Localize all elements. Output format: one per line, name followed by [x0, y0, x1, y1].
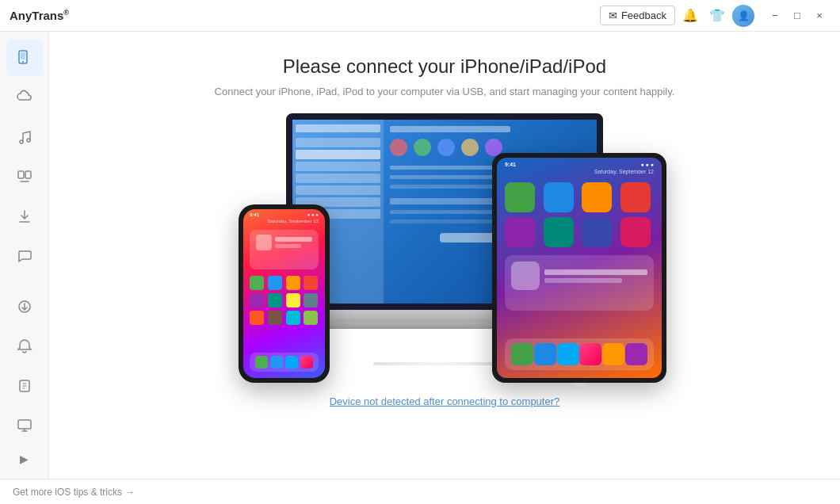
widget-text	[275, 237, 312, 248]
svg-point-4	[27, 139, 30, 142]
tablet-dock-5	[602, 343, 624, 365]
tablet-widget-icon	[511, 262, 540, 290]
ios-tips-link[interactable]: Get more iOS tips & tricks →	[13, 487, 135, 498]
usb-cable-line	[373, 362, 500, 365]
phone-app-7	[286, 293, 300, 307]
phone-screen: 9:41 ● ● ● Saturday, September 12	[243, 209, 325, 378]
widget-text-2	[275, 244, 301, 248]
laptop-icon-4	[461, 139, 479, 156]
sidebar-item-notification[interactable]	[6, 328, 43, 365]
tablet-status-bar: 9:41 ● ● ●	[497, 158, 662, 169]
shirt-icon-btn[interactable]: 👕	[705, 4, 729, 28]
sidebar-item-cloud[interactable]	[6, 79, 43, 116]
maximize-button[interactable]: □	[786, 5, 808, 27]
phone-app-5	[250, 293, 264, 307]
phone-app-6	[268, 293, 282, 307]
phone-dock	[250, 353, 319, 372]
chevron-down-icon: ▶	[20, 452, 29, 465]
sidebar-item-message[interactable]	[6, 238, 43, 274]
laptop-sidebar-item-2	[296, 150, 380, 159]
tablet-app-4	[620, 182, 651, 212]
main-area: ▶ Please connect your iPhone/iPad/iPod C…	[0, 32, 840, 479]
device-not-detected-link[interactable]: Device not detected after connecting to …	[330, 395, 560, 407]
sidebar-item-ringtone[interactable]	[6, 368, 43, 404]
tablet-app-5	[505, 217, 535, 247]
download-icon	[16, 298, 33, 315]
bottom-bar: Get more iOS tips & tricks →	[0, 479, 840, 504]
avatar-button[interactable]: 👤	[732, 5, 754, 27]
page-subtitle: Connect your iPhone, iPad, iPod to your …	[215, 86, 675, 97]
dock-messages	[270, 356, 283, 368]
screen-icon	[16, 417, 33, 434]
phone-app-8	[304, 293, 318, 307]
tablet-time: 9:41	[505, 162, 516, 167]
sidebar-item-device[interactable]	[6, 40, 43, 76]
sidebar: ▶	[0, 32, 49, 479]
tablet-dock-6	[625, 343, 647, 365]
tips-arrow: →	[125, 487, 135, 498]
phone-status-bar: 9:41 ● ● ●	[243, 209, 325, 219]
dock-music	[300, 356, 313, 368]
shirt-icon: 👕	[709, 8, 725, 23]
phone-illustration: 9:41 ● ● ● Saturday, September 12	[239, 204, 330, 383]
tablet-signal: ● ● ●	[640, 162, 654, 167]
tablet-widget-t1	[544, 269, 647, 275]
tablet-widget-t2	[544, 278, 622, 283]
phone-app-2	[268, 276, 282, 290]
svg-rect-1	[21, 52, 25, 59]
phone-app-12	[304, 311, 318, 325]
message-icon	[16, 247, 33, 265]
sidebar-item-backup[interactable]	[6, 198, 43, 235]
tablet-app-1	[505, 182, 535, 212]
feedback-label: Feedback	[621, 10, 666, 21]
notification-icon-btn[interactable]: 🔔	[678, 4, 702, 28]
tablet-dock-4	[579, 343, 601, 365]
laptop-icon-1	[390, 139, 407, 156]
title-bar-left: AnyTrans®	[10, 9, 69, 22]
dock-phone	[255, 356, 268, 368]
tablet-date: Saturday, September 12	[497, 169, 662, 178]
phone-app-9	[250, 311, 264, 325]
mail-icon: ✉	[609, 10, 617, 21]
cloud-icon	[16, 89, 33, 106]
sidebar-item-music[interactable]	[6, 119, 43, 155]
phone-date: Saturday, September 12	[243, 219, 325, 227]
tablet-illustration: 9:41 ● ● ● Saturday, September 12	[492, 153, 666, 383]
phone-app-1	[250, 276, 264, 290]
phone-app-10	[268, 311, 282, 325]
phone-app-11	[286, 311, 300, 325]
sidebar-item-transfer[interactable]	[6, 158, 43, 195]
music-icon	[16, 128, 33, 146]
phone-app-grid	[243, 273, 325, 328]
widget-icon	[256, 235, 272, 250]
transfer-icon	[16, 168, 33, 185]
tablet-usb-connector	[573, 383, 586, 389]
phone-app-3	[286, 276, 300, 290]
tablet-app-7	[582, 217, 612, 247]
tablet-app-2	[544, 182, 574, 212]
laptop-title-bar	[390, 126, 510, 132]
close-button[interactable]: ×	[808, 5, 830, 27]
phone-time: 9:41	[250, 212, 259, 217]
sidebar-item-download[interactable]	[6, 288, 43, 325]
device-icon	[16, 49, 33, 67]
app-name: AnyTrans	[10, 9, 63, 22]
tablet-dock-1	[511, 343, 533, 365]
backup-icon	[16, 208, 33, 225]
svg-rect-6	[25, 171, 31, 178]
svg-rect-9	[18, 420, 31, 429]
phone-signal: ● ● ●	[307, 212, 319, 217]
tablet-dock	[505, 338, 654, 370]
phone-app-4	[304, 276, 318, 290]
tips-text: Get more iOS tips & tricks	[13, 487, 122, 498]
sidebar-expand-button[interactable]: ▶	[6, 447, 43, 471]
phone-widget-inner	[250, 230, 319, 255]
svg-point-3	[20, 140, 23, 143]
tablet-dock-2	[534, 343, 556, 365]
feedback-button[interactable]: ✉ Feedback	[600, 6, 675, 25]
minimize-button[interactable]: −	[764, 5, 786, 27]
tablet-app-6	[544, 217, 574, 247]
sidebar-item-screen[interactable]	[6, 407, 43, 444]
tablet-dock-3	[557, 343, 579, 365]
dock-safari	[285, 356, 298, 368]
